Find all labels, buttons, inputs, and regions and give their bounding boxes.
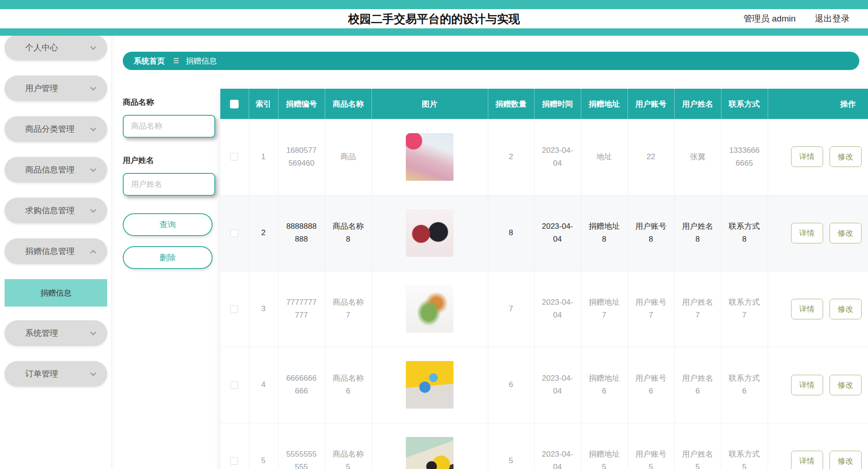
user-name-label: 用户姓名 xyxy=(123,155,220,166)
column-header: 索引 xyxy=(249,89,278,119)
edit-button[interactable]: 修改 xyxy=(830,375,862,395)
edit-button[interactable]: 修改 xyxy=(830,299,862,319)
chevron-down-icon xyxy=(90,44,96,50)
cell-quantity: 8 xyxy=(488,195,534,271)
edit-button[interactable]: 修改 xyxy=(830,451,862,469)
product-image-cell xyxy=(371,119,488,195)
cell-time: 2023-04-04 xyxy=(534,195,581,271)
cell-address: 捐赠地址5 xyxy=(581,423,628,469)
sidebar-item-7[interactable]: 订单管理 xyxy=(5,361,107,387)
cell-donation_no: 8888888888 xyxy=(278,195,325,271)
sidebar-item-label: 系统管理 xyxy=(25,328,91,339)
cell-contact: 联系方式6 xyxy=(721,347,768,423)
cell-product_name: 商品名称5 xyxy=(325,423,371,469)
cell-account: 用户账号8 xyxy=(628,195,674,271)
product-name-label: 商品名称 xyxy=(123,97,220,108)
sidebar-item-3[interactable]: 商品信息管理 xyxy=(5,157,107,183)
edit-button[interactable]: 修改 xyxy=(830,223,862,243)
column-header: 用户姓名 xyxy=(674,89,721,119)
user-name-input[interactable] xyxy=(123,173,215,196)
detail-button[interactable]: 详情 xyxy=(791,223,823,243)
edit-button[interactable]: 修改 xyxy=(830,146,862,167)
chevron-down-icon xyxy=(90,85,96,91)
column-header: 商品名称 xyxy=(325,89,371,119)
delete-button[interactable]: 删除 xyxy=(123,246,213,269)
sidebar-item-6[interactable]: 系统管理 xyxy=(5,320,107,346)
sidebar-item-1[interactable]: 用户管理 xyxy=(5,75,107,101)
cell-user_name: 用户姓名6 xyxy=(674,347,721,423)
cell-donation_no: 1680577569460 xyxy=(278,119,325,195)
cell-address: 地址 xyxy=(581,119,628,195)
sidebar-item-label: 订单管理 xyxy=(25,368,91,379)
product-image-cell xyxy=(371,271,488,347)
chevron-up-icon xyxy=(90,250,96,256)
table-row: 55555555555商品名称552023-04-04捐赠地址5用户账号5用户姓… xyxy=(220,423,868,469)
product-image-cell xyxy=(371,347,488,423)
product-image-cell xyxy=(371,195,488,271)
sidebar-subitem-donation-info[interactable]: 捐赠信息 xyxy=(5,279,107,307)
logout-link[interactable]: 退出登录 xyxy=(815,13,850,25)
cell-user_name: 用户姓名5 xyxy=(674,423,721,469)
column-header: 捐赠编号 xyxy=(278,89,325,119)
table-row: 11680577569460商品22023-04-04地址22张翼1333666… xyxy=(220,119,868,195)
cell-index: 4 xyxy=(249,347,278,423)
cell-contact: 联系方式7 xyxy=(721,271,768,347)
cell-account: 22 xyxy=(628,119,674,195)
product-image xyxy=(406,437,453,469)
cell-address: 捐赠地址7 xyxy=(581,271,628,347)
row-checkbox[interactable] xyxy=(230,153,238,161)
row-checkbox[interactable] xyxy=(230,305,238,313)
detail-button[interactable]: 详情 xyxy=(791,451,823,469)
detail-button[interactable]: 详情 xyxy=(791,146,823,167)
cell-donation_no: 7777777777 xyxy=(278,271,325,347)
cell-account: 用户账号6 xyxy=(628,347,674,423)
cell-index: 5 xyxy=(249,423,278,469)
detail-button[interactable]: 详情 xyxy=(791,299,823,319)
sidebar-item-4[interactable]: 求购信息管理 xyxy=(5,198,107,223)
sidebar-subitem-label: 捐赠信息 xyxy=(40,288,71,298)
cell-quantity: 6 xyxy=(488,347,534,423)
cell-time: 2023-04-04 xyxy=(534,347,581,423)
sidebar-item-2[interactable]: 商品分类管理 xyxy=(5,116,107,142)
page-title: 校园二手交易平台的的设计与实现 xyxy=(0,9,868,28)
column-header: 操作 xyxy=(768,89,868,119)
product-image xyxy=(406,361,453,409)
main-content: 系统首页 ☰ 捐赠信息 商品名称 用户姓名 查询 删除 索引捐赠编号商品名称图片… xyxy=(112,36,868,469)
sidebar-item-label: 商品信息管理 xyxy=(25,164,91,175)
cell-time: 2023-04-04 xyxy=(534,423,581,469)
product-name-input[interactable] xyxy=(123,115,215,138)
breadcrumb-home-link[interactable]: 系统首页 xyxy=(134,56,165,66)
breadcrumb: 系统首页 ☰ 捐赠信息 xyxy=(123,52,859,70)
column-header: 捐赠数量 xyxy=(488,89,534,119)
product-image xyxy=(406,133,453,181)
actions-cell: 详情修改 xyxy=(768,119,868,195)
cell-quantity: 2 xyxy=(488,119,534,195)
query-button[interactable]: 查询 xyxy=(123,213,213,236)
cell-product_name: 商品名称8 xyxy=(325,195,371,271)
sidebar-menu: 个人中心用户管理商品分类管理商品信息管理求购信息管理捐赠信息管理捐赠信息系统管理… xyxy=(5,36,111,387)
sidebar-item-5[interactable]: 捐赠信息管理 xyxy=(5,238,107,264)
app-header: 校园二手交易平台的的设计与实现 管理员 admin 退出登录 xyxy=(0,9,868,28)
select-all-checkbox[interactable] xyxy=(230,100,239,108)
search-panel: 商品名称 用户姓名 查询 删除 xyxy=(112,89,220,279)
detail-button[interactable]: 详情 xyxy=(791,375,823,395)
admin-page: 校园二手交易平台的的设计与实现 管理员 admin 退出登录 个人中心用户管理商… xyxy=(0,0,868,469)
row-checkbox[interactable] xyxy=(230,229,238,237)
cell-address: 捐赠地址8 xyxy=(581,195,628,271)
actions-cell: 详情修改 xyxy=(768,423,868,469)
cell-address: 捐赠地址6 xyxy=(581,347,628,423)
column-header: 图片 xyxy=(371,89,488,119)
cell-account: 用户账号5 xyxy=(628,423,674,469)
actions-cell: 详情修改 xyxy=(768,347,868,423)
actions-cell: 详情修改 xyxy=(768,271,868,347)
sidebar-item-0[interactable]: 个人中心 xyxy=(5,36,107,60)
row-checkbox[interactable] xyxy=(230,381,238,389)
cell-quantity: 7 xyxy=(488,271,534,347)
row-select-cell xyxy=(220,271,249,347)
cell-user_name: 张翼 xyxy=(674,119,721,195)
breadcrumb-current: 捐赠信息 xyxy=(186,56,217,66)
select-all-header-cell xyxy=(220,89,249,119)
sidebar-item-label: 求购信息管理 xyxy=(25,205,91,216)
row-checkbox[interactable] xyxy=(230,457,238,465)
sidebar-item-label: 捐赠信息管理 xyxy=(25,246,91,257)
